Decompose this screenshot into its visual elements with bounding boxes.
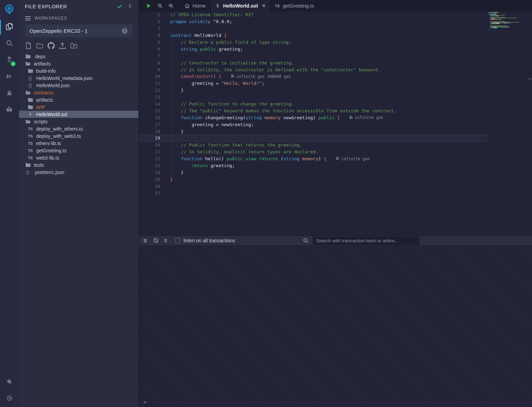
activity-solidity-compiler[interactable] xyxy=(0,52,19,69)
activity-plugin-manager[interactable] xyxy=(0,374,19,390)
remix-logo[interactable] xyxy=(0,0,19,19)
workspace-select[interactable]: OpenZeppelin ERC20 - 1 xyxy=(25,24,133,37)
code-line[interactable]: 6 string public greeting; xyxy=(139,45,488,52)
code-line[interactable]: 5 // Declare a public field of type stri… xyxy=(139,39,488,46)
terminal-expand-icon[interactable] xyxy=(143,238,148,243)
tree-item-HelloWorld.json[interactable]: {}HelloWorld.json xyxy=(19,82,138,89)
code-text: } xyxy=(160,177,173,182)
code-text: } xyxy=(160,88,184,93)
upload-file-icon[interactable] xyxy=(59,42,66,49)
code-line[interactable]: 19 xyxy=(139,135,488,142)
folder-open-icon xyxy=(25,61,31,66)
chevron-right-icon[interactable] xyxy=(127,4,132,9)
code-line[interactable]: 25} xyxy=(139,176,488,183)
tab-HelloWorld.sol[interactable]: §HelloWorld.sol× xyxy=(211,0,270,11)
terminal-journal[interactable]: > xyxy=(139,246,532,407)
activity-settings[interactable] xyxy=(0,390,19,407)
tree-item-label: scripts xyxy=(34,119,48,124)
code-line[interactable]: 16 function changeGreeting(string memory… xyxy=(139,114,488,121)
tab-getGreeting.ts[interactable]: TSgetGreeting.ts xyxy=(270,0,319,11)
tree-item-HelloWorld.sol[interactable]: §HelloWorld.sol xyxy=(19,111,138,118)
tree-item-deploy-with-ethers.ts[interactable]: TSdeploy_with_ethers.ts xyxy=(19,125,138,132)
tree-item-.deps[interactable]: .deps xyxy=(19,53,138,60)
code-line[interactable]: 18 } xyxy=(139,128,488,135)
code-line[interactable]: 26 xyxy=(139,183,488,190)
run-script-button[interactable] xyxy=(143,0,154,11)
clone-from-github-icon[interactable] xyxy=(48,42,55,49)
tree-item-web3-lib.ts[interactable]: TSweb3-lib.ts xyxy=(19,154,138,161)
activity-search[interactable] xyxy=(0,35,19,52)
zoom-out-button[interactable] xyxy=(154,0,165,11)
typescript-file-icon: TS xyxy=(275,4,280,8)
tree-item-scripts[interactable]: scripts xyxy=(19,118,138,125)
tree-item-deploy-with-web3.ts[interactable]: TSdeploy_with_web3.ts xyxy=(19,132,138,140)
workspaces-menu-icon[interactable] xyxy=(25,16,31,21)
upload-folder-icon[interactable] xyxy=(70,42,77,49)
typescript-file-icon: TS xyxy=(28,141,33,145)
tree-item-getGreeting.ts[interactable]: TSgetGreeting.ts xyxy=(19,147,138,154)
activity-deploy-and-run[interactable] xyxy=(0,69,19,85)
activity-file-explorer[interactable] xyxy=(0,19,19,35)
code-line[interactable]: 10 constructor() {infinite gas 368600 ga… xyxy=(139,73,488,80)
fuel-icon xyxy=(350,115,353,120)
listen-transactions-checkbox[interactable] xyxy=(175,238,180,243)
code-line[interactable]: 11 greeting = "Hello, World!"; xyxy=(139,80,488,87)
code-line[interactable]: 1// SPDX-License-Identifier: MIT xyxy=(139,11,488,18)
code-text: // Public function to change the greetin… xyxy=(160,101,294,106)
code-line[interactable]: 27 xyxy=(139,190,488,196)
zoom-in-button[interactable] xyxy=(165,0,176,11)
terminal-search-input[interactable] xyxy=(313,236,419,245)
code-line[interactable]: 3 xyxy=(139,25,488,32)
close-tab-icon[interactable]: × xyxy=(262,3,265,9)
tree-item-tests[interactable]: tests xyxy=(19,161,138,169)
code-line[interactable]: 4contract HelloWorld { xyxy=(139,32,488,39)
code-line[interactable]: 2pragma solidity ^0.8.0; xyxy=(139,18,488,25)
code-line[interactable]: 12 } xyxy=(139,87,488,94)
tree-item-WIP[interactable]: WIP xyxy=(19,103,138,111)
overview-ruler[interactable] xyxy=(528,11,532,235)
tree-item-label: deploy_with_ethers.ts xyxy=(36,126,83,132)
activity-learneth[interactable] xyxy=(0,102,19,118)
minimap[interactable] xyxy=(488,11,528,235)
create-file-icon[interactable] xyxy=(25,42,32,49)
code-line[interactable]: 20 // Public function that returns the g… xyxy=(139,142,488,149)
terminal-clear-icon[interactable] xyxy=(153,238,159,243)
code-line[interactable]: 15 // The "public" keyword makes the fun… xyxy=(139,107,488,114)
file-actions-toolbar xyxy=(19,37,138,51)
create-folder-icon[interactable] xyxy=(36,42,43,49)
code-text: // The "public" keyword makes the functi… xyxy=(160,108,396,113)
code-line[interactable]: 24 } xyxy=(139,169,488,176)
code-text: pragma solidity ^0.8.0; xyxy=(160,19,232,24)
tree-item-artifacts[interactable]: artifacts xyxy=(19,96,138,103)
code-line[interactable]: 9 // In Solidity, the constructor is def… xyxy=(139,66,488,73)
code-line[interactable]: 8 // Constructor to initialize the greet… xyxy=(139,59,488,66)
line-number: 7 xyxy=(139,53,160,59)
code-line[interactable]: 14 // Public function to change the gree… xyxy=(139,101,488,108)
terminal-prompt[interactable]: > xyxy=(144,399,146,405)
code-line[interactable]: 23 return greeting; xyxy=(139,162,488,169)
tree-item-.prettierrc.json[interactable]: {}.prettierrc.json xyxy=(19,169,138,176)
line-number: 19 xyxy=(139,135,160,141)
workspace-ok-icon[interactable] xyxy=(117,3,123,9)
code-line[interactable]: 13 xyxy=(139,94,488,101)
workspaces-label: WORKSPACES xyxy=(34,16,67,21)
tree-item-build-info[interactable]: build-info xyxy=(19,67,138,74)
line-number: 8 xyxy=(139,60,160,65)
code-line[interactable]: 17 greeting = newGreeting; xyxy=(139,121,488,128)
activity-debugger[interactable] xyxy=(0,85,19,102)
code-line[interactable]: 7 xyxy=(139,52,488,59)
tab-Home[interactable]: Home xyxy=(180,0,211,11)
tree-item-ethers-lib.ts[interactable]: TSethers-lib.ts xyxy=(19,140,138,147)
code-line[interactable]: 22 function hello() public view returns … xyxy=(139,155,488,162)
code-editor[interactable]: 1// SPDX-License-Identifier: MIT2pragma … xyxy=(139,11,532,235)
code-text: function changeGreeting(string memory ne… xyxy=(160,115,383,120)
tree-item-HelloWorld-metadata.json[interactable]: {}HelloWorld_metadata.json xyxy=(19,74,138,82)
json-file-icon: {} xyxy=(29,83,32,88)
tree-item-contracts[interactable]: contracts xyxy=(19,89,138,96)
listen-transactions-label: listen on all transactions xyxy=(184,238,235,243)
tree-item-artifacts[interactable]: artifacts xyxy=(19,60,138,67)
plugin-manager-icon xyxy=(6,378,13,386)
code-line[interactable]: 21 // In Solidity, explicit return types… xyxy=(139,149,488,155)
folder-icon xyxy=(28,105,33,110)
deploy-and-run-icon xyxy=(6,73,13,81)
